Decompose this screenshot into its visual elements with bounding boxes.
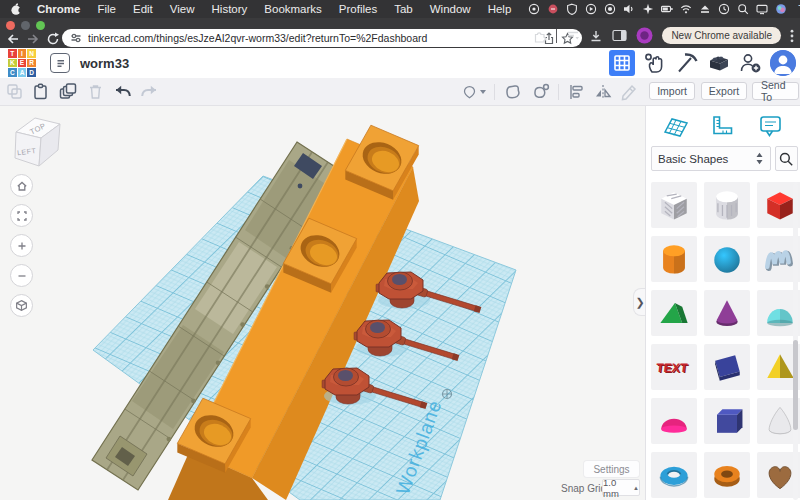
drop-pin-icon[interactable] [462, 83, 477, 101]
colored-dot-icon[interactable] [547, 3, 559, 15]
window-zoom-button[interactable] [36, 21, 45, 30]
divider [558, 84, 559, 100]
siri-icon[interactable] [775, 3, 787, 15]
shape-cylinder-transparent[interactable] [704, 182, 750, 228]
menu-item-window[interactable]: Window [430, 3, 471, 15]
site-settings-icon[interactable] [70, 32, 82, 44]
paste-icon[interactable] [32, 83, 49, 100]
volume-icon[interactable] [623, 3, 635, 15]
sim-lab-hand-icon[interactable] [642, 51, 667, 76]
logo-cell-d: D [27, 68, 36, 77]
redo-icon[interactable] [140, 83, 159, 100]
clock-icon[interactable] [718, 3, 730, 15]
chrome-update-chip[interactable]: New Chrome available [662, 27, 781, 44]
import-button[interactable]: Import [649, 82, 695, 100]
wifi-icon[interactable] [680, 3, 692, 15]
duplicate-icon[interactable] [59, 83, 78, 100]
document-title[interactable]: worm33 [80, 56, 129, 71]
window-minimize-button[interactable] [21, 21, 30, 30]
pin-dropdown-caret[interactable] [479, 89, 487, 95]
shape-text[interactable]: TEXTTEXT [651, 344, 697, 390]
perspective-toggle-button[interactable] [10, 294, 33, 317]
panel-scrollbar-thumb[interactable] [793, 340, 798, 430]
circle-badge-icon[interactable] [528, 3, 540, 15]
zoom-in-button[interactable] [10, 234, 33, 257]
menu-item-bookmarks[interactable]: Bookmarks [264, 3, 322, 15]
delete-icon[interactable] [87, 83, 104, 100]
shape-roof[interactable] [651, 290, 697, 336]
shape-wedge[interactable] [704, 344, 750, 390]
side-panel-icon[interactable] [612, 29, 627, 42]
export-button[interactable]: Export [701, 82, 747, 100]
menu-item-edit[interactable]: Edit [133, 3, 153, 15]
3d-viewport[interactable]: Workplane [0, 106, 645, 500]
shape-tube[interactable] [704, 452, 750, 498]
3d-scene[interactable]: Workplane [0, 106, 645, 500]
notes-tool-icon[interactable] [756, 112, 784, 140]
shape-cone[interactable] [704, 290, 750, 336]
menu-item-view[interactable]: View [170, 3, 195, 15]
workplane-tool-icon[interactable] [662, 112, 690, 140]
collaborate-person-add-icon[interactable] [738, 51, 763, 76]
browser-menu-icon[interactable] [790, 29, 794, 43]
3d-design-grid-icon[interactable] [609, 50, 635, 76]
url-bar[interactable]: tinkercad.com/things/esJzeAI2qvr-worm33/… [62, 29, 582, 47]
profile-avatar[interactable] [636, 27, 653, 44]
menu-item-tab[interactable]: Tab [394, 3, 413, 15]
ungroup-icon[interactable] [532, 83, 550, 101]
settings-button[interactable]: Settings [584, 461, 639, 477]
search-icon[interactable] [737, 3, 749, 15]
menu-item-help[interactable]: Help [488, 3, 512, 15]
ruler-tool-icon[interactable] [709, 112, 737, 140]
menu-item-chrome[interactable]: Chrome [37, 3, 80, 15]
menu-item-file[interactable]: File [97, 3, 116, 15]
tinkercad-logo[interactable]: TINKERCAD [8, 49, 36, 77]
undo-icon[interactable] [113, 83, 132, 100]
shape-sphere[interactable] [704, 236, 750, 282]
ruler-pencil-icon[interactable] [620, 83, 638, 101]
shape-box-transparent[interactable] [651, 182, 697, 228]
window-close-button[interactable] [6, 21, 15, 30]
view-cube[interactable]: TOP LEFT [8, 110, 66, 172]
mirror-icon[interactable] [594, 83, 612, 101]
brick-icon[interactable] [706, 51, 731, 76]
divider [556, 29, 557, 43]
design-properties-button[interactable] [50, 53, 70, 73]
shape-category-select[interactable]: Basic Shapes [651, 146, 771, 171]
home-view-button[interactable] [10, 174, 33, 197]
snap-grid-label: Snap Grid [561, 483, 606, 494]
play-circle-icon[interactable] [585, 3, 597, 15]
copy-icon[interactable] [6, 83, 23, 100]
forward-icon[interactable] [26, 32, 40, 46]
shape-cylinder[interactable] [651, 236, 697, 282]
account-avatar[interactable] [770, 50, 796, 76]
shape-half-sphere[interactable] [651, 398, 697, 444]
app-header: TINKERCAD worm33 [0, 48, 800, 78]
display-icon[interactable] [756, 3, 768, 15]
sparkle-icon[interactable] [642, 3, 654, 15]
reload-icon[interactable] [46, 32, 60, 46]
battery-icon[interactable] [661, 3, 673, 15]
back-icon[interactable] [6, 32, 20, 46]
eject-icon[interactable] [699, 3, 711, 15]
minecraft-pickaxe-icon[interactable] [674, 51, 699, 76]
align-icon[interactable] [567, 83, 585, 101]
search-button[interactable] [775, 146, 799, 171]
record-dot-icon[interactable] [604, 3, 616, 15]
menu-item-history[interactable]: History [212, 3, 248, 15]
search-icon [778, 151, 794, 167]
apple-icon[interactable] [10, 2, 22, 16]
snap-grid-select[interactable]: 1.0 mm▲ [602, 479, 640, 496]
shield-icon[interactable] [566, 3, 578, 15]
send-to-button[interactable]: Send To [752, 82, 799, 100]
tab-list-icon[interactable] [566, 29, 580, 42]
shape-polygon[interactable] [704, 398, 750, 444]
download-icon[interactable] [589, 29, 603, 43]
menu-item-profiles[interactable]: Profiles [339, 3, 377, 15]
group-icon[interactable] [504, 83, 522, 101]
fit-view-button[interactable] [10, 204, 33, 227]
url-text[interactable]: tinkercad.com/things/esJzeAI2qvr-worm33/… [88, 32, 537, 44]
shape-torus[interactable] [651, 452, 697, 498]
zoom-out-button[interactable] [10, 264, 33, 287]
extensions-icon[interactable] [533, 29, 547, 43]
